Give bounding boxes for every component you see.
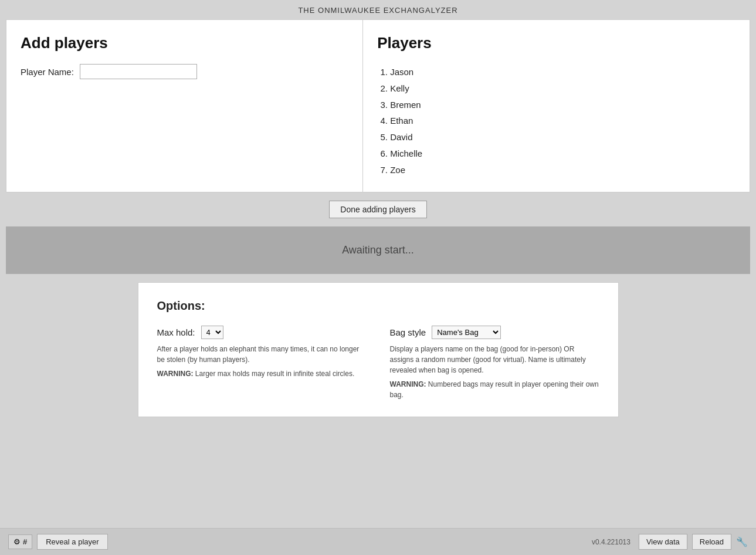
player-name-input[interactable] [80, 64, 197, 79]
wrench-icon[interactable]: 🔧 [736, 536, 748, 547]
max-hold-select[interactable]: 1 2 3 4 5 6 7 8 [201, 326, 223, 339]
player-name-label: Player Name: [21, 67, 74, 77]
bag-style-warning: WARNING: Numbered bags may result in pla… [390, 379, 599, 400]
bag-style-label: Bag style [390, 327, 426, 337]
max-hold-row: Max hold: 1 2 3 4 5 6 7 8 [157, 326, 367, 339]
options-grid: Max hold: 1 2 3 4 5 6 7 8 After a player… [157, 326, 599, 400]
settings-icon-button[interactable]: ⚙ # [8, 534, 32, 549]
max-hold-warning: WARNING: Larger max holds may result in … [157, 368, 367, 379]
list-item: Michelle [390, 145, 735, 162]
list-item: Kelly [390, 80, 735, 97]
players-list: JasonKellyBremenEthanDavidMichelleZoe [377, 64, 735, 178]
list-item: Zoe [390, 162, 735, 178]
main-content: Add players Player Name: Players JasonKe… [0, 19, 756, 528]
list-item: Ethan [390, 113, 735, 129]
max-hold-col: Max hold: 1 2 3 4 5 6 7 8 After a player… [157, 326, 367, 400]
bag-style-col: Bag style Name's Bag Numbered Bag Displa… [390, 326, 599, 400]
done-button-row: Done adding players [6, 201, 750, 218]
app-header: THE ONMILWAUKEE EXCHANGALYZER [0, 0, 756, 19]
max-hold-label: Max hold: [157, 327, 195, 337]
list-item: David [390, 129, 735, 145]
bag-style-row: Bag style Name's Bag Numbered Bag [390, 326, 599, 339]
bag-style-select[interactable]: Name's Bag Numbered Bag [432, 326, 501, 339]
max-hold-warning-text: Larger max holds may result in infinite … [195, 370, 354, 378]
add-players-title: Add players [21, 34, 348, 52]
awaiting-bar: Awaiting start... [6, 226, 750, 274]
done-adding-players-button[interactable]: Done adding players [329, 201, 426, 218]
gear-icon: ⚙ [13, 537, 21, 546]
options-panel: Options: Max hold: 1 2 3 4 5 6 7 8 [138, 282, 619, 417]
version-text: v0.4.221013 [592, 538, 630, 546]
hash-label: # [23, 537, 27, 546]
app-title: THE ONMILWAUKEE EXCHANGALYZER [298, 6, 457, 15]
awaiting-text: Awaiting start... [342, 244, 414, 256]
view-data-button[interactable]: View data [639, 534, 687, 550]
players-title: Players [377, 34, 735, 52]
footer-left: ⚙ # Reveal a player [8, 534, 586, 550]
reveal-player-button[interactable]: Reveal a player [37, 534, 107, 550]
player-name-row: Player Name: [21, 64, 348, 79]
reload-button[interactable]: Reload [692, 534, 731, 550]
list-item: Bremen [390, 97, 735, 113]
list-item: Jason [390, 64, 735, 80]
footer: ⚙ # Reveal a player v0.4.221013 View dat… [0, 528, 756, 555]
bag-style-description: Display a players name on the bag (good … [390, 344, 599, 375]
footer-right: v0.4.221013 View data Reload 🔧 [592, 534, 748, 550]
options-title: Options: [157, 299, 599, 313]
players-panel: Players JasonKellyBremenEthanDavidMichel… [363, 20, 750, 192]
add-players-panel: Add players Player Name: [6, 20, 363, 192]
top-panels: Add players Player Name: Players JasonKe… [6, 19, 750, 192]
max-hold-description: After a player holds an elephant this ma… [157, 344, 367, 365]
